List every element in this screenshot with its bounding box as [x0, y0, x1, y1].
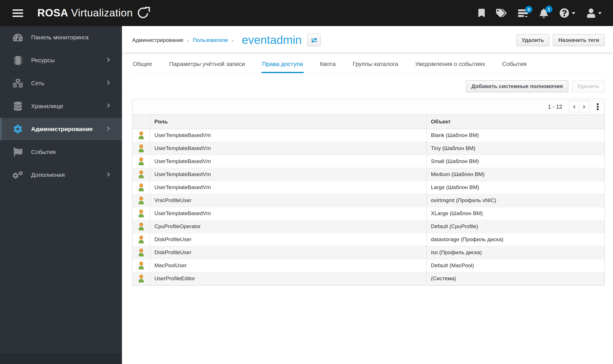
- table-row[interactable]: UserTemplateBasedVmLarge (Шаблон ВМ): [132, 181, 605, 194]
- chevron-right-icon: [106, 125, 111, 133]
- permissions-toolbar: Добавить системные полномочия Удалить: [132, 80, 605, 92]
- permissions-table-body: UserTemplateBasedVmBlank (Шаблон ВМ)User…: [132, 129, 605, 285]
- tab-general[interactable]: Общее: [132, 61, 153, 73]
- user-role-icon: [132, 168, 150, 181]
- delete-user-button[interactable]: Удалить: [516, 34, 549, 46]
- user-role-icon: [132, 207, 150, 220]
- assign-tags-button[interactable]: Назначить теги: [553, 34, 605, 46]
- table-row[interactable]: MacPoolUserDefault (MacPool): [132, 259, 605, 272]
- sidebar-item-administration[interactable]: Администрирование: [0, 118, 122, 141]
- role-cell: UserTemplateBasedVm: [150, 168, 426, 181]
- chevron-right-icon: [106, 56, 111, 64]
- storage-database-icon: [11, 102, 24, 111]
- detail-tabs: ОбщееПараметры учётной записиПрава досту…: [132, 54, 605, 73]
- icon-column-header: [132, 115, 150, 129]
- sidebar-item-events[interactable]: События: [0, 141, 122, 164]
- user-role-icon: [132, 233, 150, 246]
- object-cell: ovirtmgmt (Профиль vNIC): [426, 194, 605, 207]
- tab-directory-groups[interactable]: Группы каталога: [352, 61, 399, 73]
- tasks-icon[interactable]: 0: [518, 9, 528, 18]
- tab-event-notifications[interactable]: Уведомления о событиях: [415, 61, 486, 73]
- user-role-icon: [132, 272, 150, 285]
- role-cell: UserTemplateBasedVm: [150, 155, 426, 168]
- role-cell: DiskProfileUser: [150, 246, 426, 259]
- network-icon: [11, 79, 24, 87]
- permissions-grid: 1 - 12 Роль Объект UserTemplateBasedVmBl…: [132, 99, 605, 286]
- user-role-icon: [132, 129, 150, 142]
- main-content: Администрирование › Пользователи › event…: [122, 0, 613, 286]
- table-row[interactable]: UserTemplateBasedVmTiny (Шаблон ВМ): [132, 142, 605, 155]
- sidebar-item-dashboard[interactable]: Панель мониторинга: [0, 26, 122, 49]
- sidebar-item-resources[interactable]: Ресурсы: [0, 49, 122, 72]
- notifications-count-badge: 1: [545, 6, 552, 13]
- user-role-icon: [132, 155, 150, 168]
- object-cell: XLarge (Шаблон ВМ): [426, 207, 605, 220]
- chevron-right-icon: [106, 171, 111, 179]
- breadcrumb-separator: ›: [232, 37, 233, 44]
- events-flag-icon: [11, 147, 24, 157]
- object-column-header[interactable]: Объект: [426, 115, 605, 129]
- tab-events[interactable]: События: [501, 61, 527, 73]
- table-row[interactable]: UserTemplateBasedVmMedium (Шаблон ВМ): [132, 168, 605, 181]
- table-row[interactable]: UserProfileEditor(Система): [132, 272, 605, 285]
- chevron-right-icon: [106, 79, 111, 87]
- user-role-icon: [132, 246, 150, 259]
- role-cell: CpuProfileOperator: [150, 220, 426, 233]
- header-divider: [122, 52, 613, 54]
- role-cell: MacPoolUser: [150, 259, 426, 272]
- help-menu[interactable]: [560, 8, 575, 18]
- caret-down-icon: [572, 10, 575, 16]
- role-cell: DiskProfileUser: [150, 233, 426, 246]
- pager: [569, 101, 589, 112]
- user-role-icon: [132, 142, 150, 155]
- table-row[interactable]: UserTemplateBasedVmSmall (Шаблон ВМ): [132, 155, 605, 168]
- masthead: ROSAVirtualization 0 1: [0, 0, 613, 26]
- tab-quota[interactable]: Квота: [320, 61, 336, 73]
- sidebar-item-network[interactable]: Сеть: [0, 72, 122, 95]
- table-row[interactable]: DiskProfileUseriso (Профиль диска): [132, 246, 605, 259]
- role-cell: UserTemplateBasedVm: [150, 181, 426, 194]
- user-role-icon: [132, 259, 150, 272]
- role-cell: VnicProfileUser: [150, 194, 426, 207]
- role-column-header[interactable]: Роль: [150, 115, 426, 129]
- remove-permission-button[interactable]: Удалить: [572, 80, 605, 92]
- addons-gears-icon: [11, 170, 24, 179]
- user-role-icon: [132, 194, 150, 207]
- object-cell: Blank (Шаблон ВМ): [426, 129, 605, 142]
- kebab-menu[interactable]: [595, 102, 600, 112]
- sidebar-item-storage[interactable]: Хранилище: [0, 95, 122, 118]
- page-header: Администрирование › Пользователи › event…: [122, 26, 613, 52]
- table-row[interactable]: VnicProfileUserovirtmgmt (Профиль vNIC): [132, 194, 605, 207]
- administration-gear-icon: [11, 125, 24, 134]
- bookmarks-icon[interactable]: [478, 9, 485, 17]
- permissions-table: Роль Объект UserTemplateBasedVmBlank (Ша…: [132, 115, 605, 285]
- breadcrumb-separator: ›: [187, 37, 189, 44]
- breadcrumb-link-users[interactable]: Пользователи: [193, 37, 228, 43]
- table-row[interactable]: CpuProfileOperatorDefault (CpuProfile): [132, 220, 605, 233]
- tags-icon[interactable]: [496, 9, 507, 17]
- sidebar-item-addons[interactable]: Дополнения: [0, 164, 122, 187]
- table-row[interactable]: UserTemplateBasedVmXLarge (Шаблон ВМ): [132, 207, 605, 220]
- object-cell: Large (Шаблон ВМ): [426, 181, 605, 194]
- notifications-bell-icon[interactable]: 1: [539, 8, 548, 18]
- role-cell: UserTemplateBasedVm: [150, 207, 426, 220]
- resources-chip-icon: [11, 56, 24, 65]
- prev-page-button[interactable]: [569, 101, 579, 112]
- menu-hamburger-icon[interactable]: [12, 9, 23, 17]
- tab-account-settings[interactable]: Параметры учётной записи: [169, 61, 246, 73]
- brand-bold: ROSA: [37, 7, 68, 19]
- object-cell: Small (Шаблон ВМ): [426, 155, 605, 168]
- tab-permissions[interactable]: Права доступа: [262, 61, 304, 73]
- next-page-button[interactable]: [579, 101, 589, 112]
- table-row[interactable]: DiskProfileUserdatastorage (Профиль диск…: [132, 233, 605, 246]
- object-cell: datastorage (Профиль диска): [426, 233, 605, 246]
- sidebar-nav: Панель мониторингаРесурсыСетьХранилищеАд…: [0, 26, 122, 364]
- object-cell: iso (Профиль диска): [426, 246, 605, 259]
- object-cell: Default (CpuProfile): [426, 220, 605, 233]
- role-cell: UserTemplateBasedVm: [150, 142, 426, 155]
- user-menu[interactable]: [587, 8, 602, 18]
- table-row[interactable]: UserTemplateBasedVmBlank (Шаблон ВМ): [132, 129, 605, 142]
- add-system-permission-button[interactable]: Добавить системные полномочия: [466, 80, 568, 92]
- switch-view-button[interactable]: [307, 34, 321, 46]
- user-role-icon: [132, 181, 150, 194]
